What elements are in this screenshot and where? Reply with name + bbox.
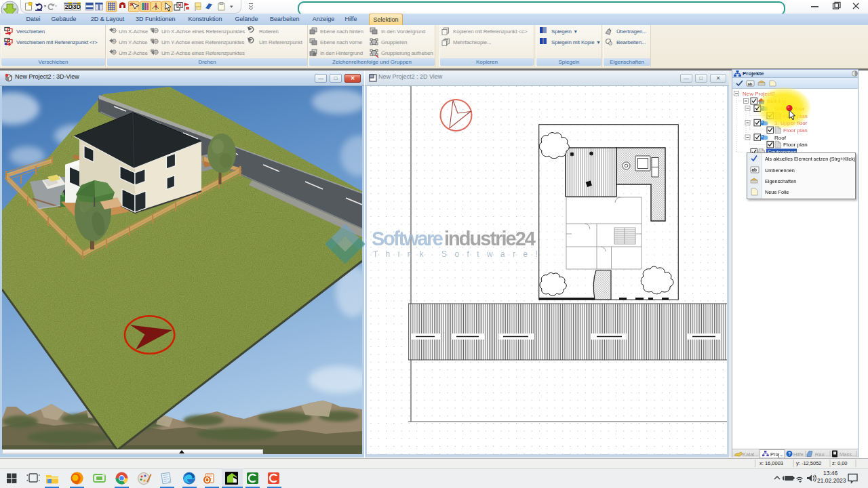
svg-text:ab: ab [752,167,757,172]
svg-text:Rau...: Rau... [815,451,829,458]
svg-text:Proj...: Proj... [770,451,784,458]
svg-text:Katal...: Katal... [743,451,758,458]
svg-text:Floor plan: Floor plan [783,142,808,148]
svg-text:?: ? [788,451,791,456]
svg-text:3D: 3D [73,3,81,10]
svg-text:Roof: Roof [774,135,787,141]
svg-text:2D: 2D [65,3,73,10]
svg-text:13:46: 13:46 [823,470,838,476]
svg-text:Mass...: Mass... [840,451,856,458]
svg-text:ab: ab [748,82,753,86]
svg-text:21.02.2023: 21.02.2023 [817,477,846,484]
svg-text:Hilfe: Hilfe [793,451,804,458]
